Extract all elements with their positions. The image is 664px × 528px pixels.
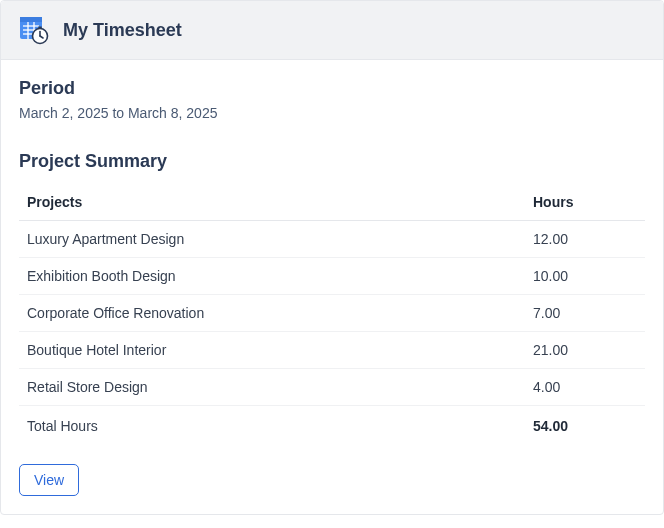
table-row: Luxury Apartment Design 12.00	[19, 221, 645, 258]
total-hours-cell: 54.00	[525, 406, 645, 447]
summary-title: Project Summary	[19, 151, 645, 172]
card-header: My Timesheet	[1, 1, 663, 60]
project-name-cell: Exhibition Booth Design	[19, 258, 525, 295]
svg-rect-8	[38, 27, 41, 29]
project-hours-cell: 12.00	[525, 221, 645, 258]
page-title: My Timesheet	[63, 20, 182, 41]
period-label: Period	[19, 78, 645, 99]
project-hours-cell: 21.00	[525, 332, 645, 369]
project-hours-cell: 10.00	[525, 258, 645, 295]
timesheet-icon	[19, 15, 49, 45]
project-name-cell: Corporate Office Renovation	[19, 295, 525, 332]
project-summary-table: Projects Hours Luxury Apartment Design 1…	[19, 184, 645, 446]
project-name-cell: Boutique Hotel Interior	[19, 332, 525, 369]
table-row: Corporate Office Renovation 7.00	[19, 295, 645, 332]
table-row: Boutique Hotel Interior 21.00	[19, 332, 645, 369]
total-label-cell: Total Hours	[19, 406, 525, 447]
col-projects: Projects	[19, 184, 525, 221]
view-button[interactable]: View	[19, 464, 79, 496]
project-name-cell: Luxury Apartment Design	[19, 221, 525, 258]
table-total-row: Total Hours 54.00	[19, 406, 645, 447]
project-hours-cell: 7.00	[525, 295, 645, 332]
project-hours-cell: 4.00	[525, 369, 645, 406]
project-name-cell: Retail Store Design	[19, 369, 525, 406]
svg-rect-1	[20, 17, 42, 22]
table-header-row: Projects Hours	[19, 184, 645, 221]
card-body: Period March 2, 2025 to March 8, 2025 Pr…	[1, 60, 663, 514]
timesheet-card: My Timesheet Period March 2, 2025 to Mar…	[0, 0, 664, 515]
period-text: March 2, 2025 to March 8, 2025	[19, 105, 645, 121]
col-hours: Hours	[525, 184, 645, 221]
table-row: Exhibition Booth Design 10.00	[19, 258, 645, 295]
table-row: Retail Store Design 4.00	[19, 369, 645, 406]
